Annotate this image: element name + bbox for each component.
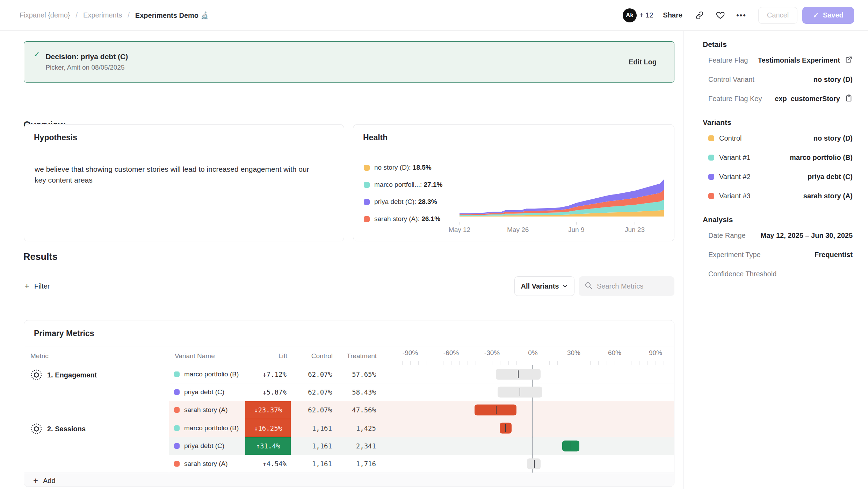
- ci-axis-tick: [623, 361, 623, 365]
- ci-axis-tick: [648, 361, 648, 365]
- ci-axis-tick: [468, 361, 468, 365]
- variant-name-cell: marco portfolio (B): [169, 424, 245, 432]
- saved-check-icon: ✓: [813, 11, 819, 20]
- more-options-icon[interactable]: •••: [736, 11, 746, 20]
- hypothesis-title: Hypothesis: [34, 133, 77, 142]
- metric-name: 2. Sessions: [47, 425, 86, 433]
- breadcrumb-project[interactable]: Fixpanel {demo}: [20, 11, 70, 19]
- copy-link-icon[interactable]: [694, 10, 705, 21]
- variant-color-chip: [708, 193, 714, 199]
- variant-color-dot: [174, 461, 180, 467]
- cancel-button[interactable]: Cancel: [758, 7, 797, 24]
- confidence-interval-cell: [380, 365, 674, 383]
- variant-color-dot: [174, 443, 180, 449]
- ci-axis-tick: [402, 361, 403, 365]
- sidebar-row-value: Frequentist: [815, 251, 853, 259]
- clipboard-icon[interactable]: [845, 94, 853, 104]
- ci-axis-tick: [500, 361, 500, 365]
- breadcrumb-current: Experiments Demo 🔬: [135, 11, 209, 20]
- sidebar-row-label: Experiment Type: [703, 251, 761, 259]
- lift-value: ↑31.4%: [245, 437, 291, 455]
- legend-color-chip: [364, 165, 370, 171]
- details-section-title: Details: [703, 40, 853, 49]
- ci-zero-line: [532, 437, 533, 455]
- hypothesis-card: Hypothesis we believe that showing custo…: [24, 124, 344, 241]
- health-body: no story (D): 18.5%marco portfoli...: 27…: [353, 151, 674, 241]
- variant-name-cell: priya debt (C): [169, 388, 245, 396]
- divider: [24, 303, 674, 303]
- chevron-down-icon: [562, 282, 568, 290]
- variant-name-cell: marco portfolio (B): [169, 370, 245, 378]
- sidebar-row-label: Variant #3: [719, 192, 751, 200]
- analysis-rows: Date RangeMay 12, 2025 – Jun 30, 2025Exp…: [703, 226, 853, 284]
- treatment-value: 57.65%: [336, 370, 380, 378]
- breadcrumb-experiments[interactable]: Experiments: [83, 11, 122, 19]
- lift-value: ↓5.87%: [245, 383, 291, 401]
- external-link-icon[interactable]: [845, 56, 853, 65]
- search-icon: [584, 281, 593, 291]
- col-treatment: Treatment: [337, 352, 381, 360]
- x-axis-label: Jun 9: [568, 226, 584, 234]
- confidence-interval-cell: [380, 419, 674, 437]
- health-legend-item: sarah story (A): 26.1%: [364, 215, 440, 223]
- filter-button[interactable]: + Filter: [24, 277, 50, 295]
- x-axis-tick: [635, 222, 635, 225]
- ci-mean-tick: [518, 370, 519, 378]
- table-row[interactable]: priya debt (C)↑31.4%1,1612,341: [169, 437, 674, 455]
- table-row[interactable]: priya debt (C)↓5.87%62.07%58.43%: [169, 383, 674, 401]
- ci-axis-label: 60%: [608, 349, 621, 357]
- treatment-value: 1,716: [336, 460, 380, 468]
- legend-label: sarah story (A): 26.1%: [374, 215, 440, 223]
- saved-button[interactable]: ✓ Saved: [802, 7, 854, 24]
- ci-axis: -90%-60%-30%0%30%60%90%: [381, 347, 674, 365]
- ci-axis-label: 30%: [567, 349, 580, 357]
- health-x-axis: May 12May 26Jun 9Jun 23: [458, 222, 666, 236]
- right-sidebar: Details Feature FlagTestimonials Experim…: [684, 31, 868, 489]
- search-metrics-input[interactable]: [597, 282, 663, 290]
- add-metric-button[interactable]: + Add: [24, 473, 674, 487]
- sidebar-row-label: Variant #2: [719, 173, 751, 181]
- treatment-value: 58.43%: [336, 388, 380, 396]
- value-text: exp_customerStory: [775, 95, 840, 103]
- sidebar-row-value: Testimonials Experiment: [758, 56, 853, 65]
- ci-axis-tick: [574, 361, 574, 365]
- col-metric: Metric: [24, 352, 170, 360]
- sidebar-row-value: May 12, 2025 – Jun 30, 2025: [760, 232, 853, 240]
- avatar[interactable]: Ak: [623, 8, 637, 22]
- ci-axis-tick: [566, 361, 566, 365]
- control-value: 62.07%: [291, 370, 336, 378]
- x-axis-label: Jun 23: [625, 226, 645, 234]
- collaborators-count[interactable]: + 12: [639, 11, 653, 19]
- variant-name: marco portfolio (B): [184, 424, 239, 432]
- col-variant: Variant Name: [170, 352, 246, 360]
- table-row[interactable]: sarah story (A)↑4.54%1,1611,716: [169, 455, 674, 473]
- table-row[interactable]: marco portfolio (B)↓7.12%62.07%57.65%: [169, 365, 674, 383]
- health-card: Health no story (D): 18.5%marco portfoli…: [353, 124, 674, 241]
- table-row[interactable]: marco portfolio (B)↓16.25%1,1611,425: [169, 419, 674, 437]
- health-legend-item: marco portfoli...: 27.1%: [364, 181, 442, 189]
- ci-axis-tick: [476, 361, 476, 365]
- share-button[interactable]: Share: [663, 11, 682, 19]
- ci-axis-tick: [541, 361, 541, 365]
- analysis-section-title: Analysis: [703, 215, 853, 224]
- variants-dropdown[interactable]: All Variants: [514, 276, 574, 296]
- value-text: May 12, 2025 – Jun 30, 2025: [760, 232, 853, 240]
- breadcrumb-separator: /: [128, 11, 130, 19]
- ci-mean-tick: [534, 460, 535, 468]
- x-axis-label: May 12: [449, 226, 470, 234]
- metric-group: 2. Sessionsmarco portfolio (B)↓16.25%1,1…: [24, 419, 674, 473]
- top-bar: Fixpanel {demo} / Experiments / Experime…: [0, 0, 868, 31]
- variants-section-title: Variants: [703, 118, 853, 127]
- sidebar-row-label: Feature Flag Key: [703, 95, 762, 103]
- favorite-heart-icon[interactable]: [715, 10, 726, 21]
- ci-axis-label: -60%: [443, 349, 459, 357]
- ci-zero-line: [532, 419, 533, 437]
- primary-metrics-card: Primary Metrics Metric Variant Name Lift…: [24, 320, 674, 487]
- sidebar-row-confidence-threshold: Confidence Threshold: [703, 264, 853, 284]
- treatment-value: 2,341: [336, 442, 380, 450]
- edit-log-button[interactable]: Edit Log: [629, 58, 657, 66]
- variant-color-dot: [174, 389, 180, 395]
- sidebar-row-label: Feature Flag: [703, 56, 748, 64]
- table-row[interactable]: sarah story (A)↓23.37%62.07%47.56%: [169, 401, 674, 419]
- metric-cell: 2. Sessions: [24, 419, 169, 473]
